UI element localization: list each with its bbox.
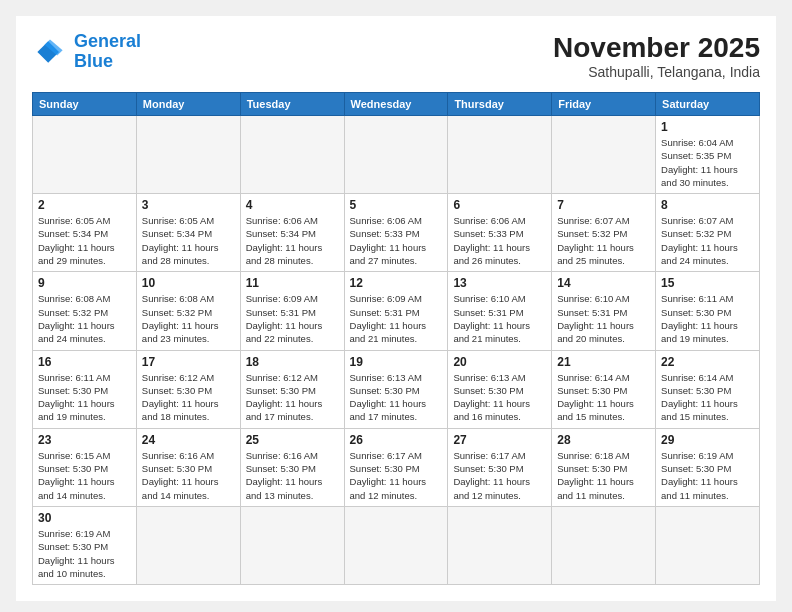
calendar-cell <box>344 506 448 584</box>
day-number: 27 <box>453 433 546 447</box>
day-number: 29 <box>661 433 754 447</box>
calendar-cell: 5Sunrise: 6:06 AM Sunset: 5:33 PM Daylig… <box>344 194 448 272</box>
day-info: Sunrise: 6:14 AM Sunset: 5:30 PM Dayligh… <box>557 371 650 424</box>
day-number: 16 <box>38 355 131 369</box>
day-info: Sunrise: 6:12 AM Sunset: 5:30 PM Dayligh… <box>142 371 235 424</box>
calendar-cell: 16Sunrise: 6:11 AM Sunset: 5:30 PM Dayli… <box>33 350 137 428</box>
calendar-cell <box>136 506 240 584</box>
day-number: 22 <box>661 355 754 369</box>
day-number: 24 <box>142 433 235 447</box>
day-number: 8 <box>661 198 754 212</box>
calendar-cell <box>656 506 760 584</box>
day-info: Sunrise: 6:08 AM Sunset: 5:32 PM Dayligh… <box>142 292 235 345</box>
logo-icon <box>32 34 68 70</box>
calendar-cell: 6Sunrise: 6:06 AM Sunset: 5:33 PM Daylig… <box>448 194 552 272</box>
day-number: 19 <box>350 355 443 369</box>
calendar-cell: 12Sunrise: 6:09 AM Sunset: 5:31 PM Dayli… <box>344 272 448 350</box>
day-number: 12 <box>350 276 443 290</box>
day-info: Sunrise: 6:18 AM Sunset: 5:30 PM Dayligh… <box>557 449 650 502</box>
calendar-cell: 7Sunrise: 6:07 AM Sunset: 5:32 PM Daylig… <box>552 194 656 272</box>
day-number: 6 <box>453 198 546 212</box>
header: General Blue November 2025 Sathupalli, T… <box>32 32 760 80</box>
day-number: 26 <box>350 433 443 447</box>
calendar-cell <box>240 506 344 584</box>
calendar-cell: 20Sunrise: 6:13 AM Sunset: 5:30 PM Dayli… <box>448 350 552 428</box>
calendar-cell: 28Sunrise: 6:18 AM Sunset: 5:30 PM Dayli… <box>552 428 656 506</box>
day-info: Sunrise: 6:10 AM Sunset: 5:31 PM Dayligh… <box>557 292 650 345</box>
day-info: Sunrise: 6:06 AM Sunset: 5:34 PM Dayligh… <box>246 214 339 267</box>
calendar-subtitle: Sathupalli, Telangana, India <box>553 64 760 80</box>
day-number: 17 <box>142 355 235 369</box>
calendar-cell: 19Sunrise: 6:13 AM Sunset: 5:30 PM Dayli… <box>344 350 448 428</box>
day-number: 25 <box>246 433 339 447</box>
logo: General Blue <box>32 32 141 72</box>
week-row-2: 2Sunrise: 6:05 AM Sunset: 5:34 PM Daylig… <box>33 194 760 272</box>
calendar-cell: 18Sunrise: 6:12 AM Sunset: 5:30 PM Dayli… <box>240 350 344 428</box>
day-number: 11 <box>246 276 339 290</box>
calendar-cell: 13Sunrise: 6:10 AM Sunset: 5:31 PM Dayli… <box>448 272 552 350</box>
day-info: Sunrise: 6:08 AM Sunset: 5:32 PM Dayligh… <box>38 292 131 345</box>
day-info: Sunrise: 6:13 AM Sunset: 5:30 PM Dayligh… <box>350 371 443 424</box>
calendar-cell: 29Sunrise: 6:19 AM Sunset: 5:30 PM Dayli… <box>656 428 760 506</box>
day-info: Sunrise: 6:05 AM Sunset: 5:34 PM Dayligh… <box>142 214 235 267</box>
day-info: Sunrise: 6:17 AM Sunset: 5:30 PM Dayligh… <box>350 449 443 502</box>
day-info: Sunrise: 6:07 AM Sunset: 5:32 PM Dayligh… <box>557 214 650 267</box>
day-info: Sunrise: 6:09 AM Sunset: 5:31 PM Dayligh… <box>246 292 339 345</box>
week-row-3: 9Sunrise: 6:08 AM Sunset: 5:32 PM Daylig… <box>33 272 760 350</box>
day-number: 7 <box>557 198 650 212</box>
calendar-cell: 21Sunrise: 6:14 AM Sunset: 5:30 PM Dayli… <box>552 350 656 428</box>
week-row-5: 23Sunrise: 6:15 AM Sunset: 5:30 PM Dayli… <box>33 428 760 506</box>
calendar-cell: 10Sunrise: 6:08 AM Sunset: 5:32 PM Dayli… <box>136 272 240 350</box>
calendar-cell: 8Sunrise: 6:07 AM Sunset: 5:32 PM Daylig… <box>656 194 760 272</box>
day-info: Sunrise: 6:17 AM Sunset: 5:30 PM Dayligh… <box>453 449 546 502</box>
week-row-1: 1Sunrise: 6:04 AM Sunset: 5:35 PM Daylig… <box>33 116 760 194</box>
day-number: 9 <box>38 276 131 290</box>
calendar-cell: 2Sunrise: 6:05 AM Sunset: 5:34 PM Daylig… <box>33 194 137 272</box>
day-info: Sunrise: 6:15 AM Sunset: 5:30 PM Dayligh… <box>38 449 131 502</box>
day-number: 13 <box>453 276 546 290</box>
day-info: Sunrise: 6:07 AM Sunset: 5:32 PM Dayligh… <box>661 214 754 267</box>
calendar-cell: 1Sunrise: 6:04 AM Sunset: 5:35 PM Daylig… <box>656 116 760 194</box>
calendar-cell <box>552 116 656 194</box>
weekday-header-saturday: Saturday <box>656 93 760 116</box>
calendar-cell: 23Sunrise: 6:15 AM Sunset: 5:30 PM Dayli… <box>33 428 137 506</box>
calendar-cell: 27Sunrise: 6:17 AM Sunset: 5:30 PM Dayli… <box>448 428 552 506</box>
weekday-header-sunday: Sunday <box>33 93 137 116</box>
calendar-cell <box>136 116 240 194</box>
day-number: 1 <box>661 120 754 134</box>
week-row-4: 16Sunrise: 6:11 AM Sunset: 5:30 PM Dayli… <box>33 350 760 428</box>
calendar-cell: 4Sunrise: 6:06 AM Sunset: 5:34 PM Daylig… <box>240 194 344 272</box>
calendar-cell <box>33 116 137 194</box>
logo-general: General <box>74 31 141 51</box>
day-info: Sunrise: 6:19 AM Sunset: 5:30 PM Dayligh… <box>38 527 131 580</box>
weekday-header-tuesday: Tuesday <box>240 93 344 116</box>
calendar-cell <box>448 116 552 194</box>
logo-blue: Blue <box>74 51 113 71</box>
calendar-cell: 26Sunrise: 6:17 AM Sunset: 5:30 PM Dayli… <box>344 428 448 506</box>
day-number: 2 <box>38 198 131 212</box>
day-info: Sunrise: 6:04 AM Sunset: 5:35 PM Dayligh… <box>661 136 754 189</box>
calendar-cell <box>552 506 656 584</box>
day-number: 14 <box>557 276 650 290</box>
day-number: 15 <box>661 276 754 290</box>
week-row-6: 30Sunrise: 6:19 AM Sunset: 5:30 PM Dayli… <box>33 506 760 584</box>
day-number: 21 <box>557 355 650 369</box>
day-info: Sunrise: 6:06 AM Sunset: 5:33 PM Dayligh… <box>453 214 546 267</box>
day-number: 30 <box>38 511 131 525</box>
day-number: 5 <box>350 198 443 212</box>
calendar-table: SundayMondayTuesdayWednesdayThursdayFrid… <box>32 92 760 585</box>
day-info: Sunrise: 6:12 AM Sunset: 5:30 PM Dayligh… <box>246 371 339 424</box>
calendar-title: November 2025 <box>553 32 760 64</box>
day-info: Sunrise: 6:16 AM Sunset: 5:30 PM Dayligh… <box>142 449 235 502</box>
day-info: Sunrise: 6:19 AM Sunset: 5:30 PM Dayligh… <box>661 449 754 502</box>
calendar-cell: 14Sunrise: 6:10 AM Sunset: 5:31 PM Dayli… <box>552 272 656 350</box>
day-info: Sunrise: 6:14 AM Sunset: 5:30 PM Dayligh… <box>661 371 754 424</box>
day-number: 3 <box>142 198 235 212</box>
day-info: Sunrise: 6:10 AM Sunset: 5:31 PM Dayligh… <box>453 292 546 345</box>
calendar-cell: 3Sunrise: 6:05 AM Sunset: 5:34 PM Daylig… <box>136 194 240 272</box>
calendar-cell: 15Sunrise: 6:11 AM Sunset: 5:30 PM Dayli… <box>656 272 760 350</box>
day-info: Sunrise: 6:06 AM Sunset: 5:33 PM Dayligh… <box>350 214 443 267</box>
logo-text: General Blue <box>74 32 141 72</box>
day-info: Sunrise: 6:09 AM Sunset: 5:31 PM Dayligh… <box>350 292 443 345</box>
day-info: Sunrise: 6:16 AM Sunset: 5:30 PM Dayligh… <box>246 449 339 502</box>
